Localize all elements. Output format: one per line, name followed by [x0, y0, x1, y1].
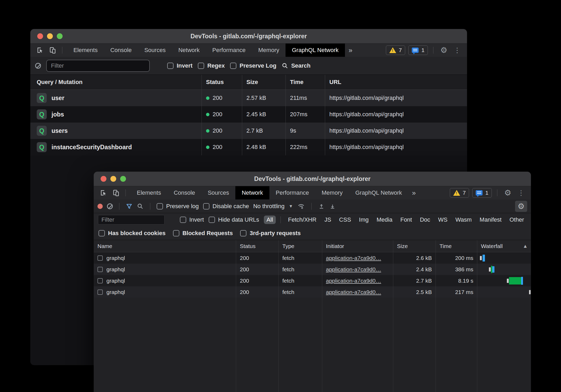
blocked-requests-checkbox-group[interactable]: Blocked Requests — [173, 230, 233, 237]
issues-badge[interactable]: 1 — [472, 188, 492, 198]
close-button[interactable] — [37, 33, 43, 39]
table-row[interactable]: graphql 200 fetch application-a7ca9d0… 2… — [94, 275, 531, 286]
search-icon[interactable] — [137, 203, 144, 210]
type-filter-all[interactable]: All — [264, 216, 275, 224]
settings-gear-icon[interactable]: ⚙ — [439, 46, 449, 54]
blocked-cookies-checkbox[interactable] — [99, 230, 105, 236]
table-row[interactable]: graphql 200 fetch application-a7ca9d0… 2… — [94, 286, 531, 298]
type-filter-wasm[interactable]: Wasm — [453, 216, 474, 224]
column-header-url[interactable]: URL — [325, 75, 467, 90]
tab-graphql-network[interactable]: GraphQL Network — [286, 44, 345, 57]
invert-checkbox[interactable] — [180, 217, 186, 223]
filter-funnel-icon[interactable] — [126, 203, 133, 210]
zoom-button[interactable] — [120, 176, 126, 182]
import-har-icon[interactable] — [318, 203, 325, 210]
column-header-status[interactable]: Status — [202, 75, 242, 90]
regex-checkbox-group[interactable]: Regex — [198, 62, 225, 69]
export-har-icon[interactable] — [329, 203, 336, 210]
invert-checkbox[interactable] — [167, 63, 174, 69]
column-header-time[interactable]: Time — [286, 75, 325, 90]
minimize-button[interactable] — [47, 33, 53, 39]
table-row[interactable]: Quser 200 2.57 kB 211ms https://gitlab.c… — [30, 90, 467, 106]
column-header-status[interactable]: Status — [236, 240, 278, 252]
row-checkbox[interactable] — [97, 255, 103, 261]
tab-elements[interactable]: Elements — [67, 44, 104, 57]
clear-icon[interactable] — [107, 203, 113, 209]
network-conditions-icon[interactable] — [297, 202, 305, 210]
type-filter-font[interactable]: Font — [398, 216, 415, 224]
preserve-log-checkbox-group[interactable]: Preserve Log — [230, 62, 276, 69]
titlebar[interactable]: DevTools - gitlab.com/-/graphql-explorer — [30, 29, 467, 44]
type-filter-ws[interactable]: WS — [436, 216, 450, 224]
titlebar[interactable]: DevTools - gitlab.com/-/graphql-explorer — [94, 172, 531, 186]
table-row[interactable]: QinstanceSecurityDashboard 200 2.48 kB 2… — [30, 139, 467, 155]
third-party-checkbox-group[interactable]: 3rd-party requests — [240, 230, 301, 237]
row-checkbox[interactable] — [97, 278, 103, 283]
tab-sources[interactable]: Sources — [201, 186, 235, 199]
issues-badge[interactable]: 1 — [408, 45, 428, 55]
tab-network[interactable]: Network — [172, 44, 206, 57]
initiator-link[interactable]: application-a7ca9d0… — [326, 266, 381, 273]
column-header-time[interactable]: Time — [436, 240, 477, 252]
tab-graphql-network[interactable]: GraphQL Network — [349, 186, 408, 199]
zoom-button[interactable] — [57, 33, 63, 39]
column-header-query-mutation[interactable]: Query / Mutation — [30, 75, 202, 90]
blocked-requests-checkbox[interactable] — [173, 230, 179, 236]
column-header-size[interactable]: Size — [393, 240, 436, 252]
hide-data-urls-checkbox[interactable] — [209, 217, 215, 223]
inspect-element-icon[interactable] — [98, 188, 109, 198]
device-toolbar-icon[interactable] — [111, 188, 122, 198]
filter-input[interactable] — [98, 215, 165, 225]
kebab-menu-icon[interactable]: ⋮ — [516, 189, 526, 196]
tab-console[interactable]: Console — [167, 186, 202, 199]
tab-sources[interactable]: Sources — [138, 44, 172, 57]
table-row[interactable]: Qusers 200 2.7 kB 9s https://gitlab.com/… — [30, 123, 467, 139]
tab-performance[interactable]: Performance — [269, 186, 315, 199]
preserve-log-checkbox-group[interactable]: Preserve log — [157, 203, 199, 210]
tab-memory[interactable]: Memory — [315, 186, 349, 199]
throttling-select[interactable]: No throttling ▼ — [253, 203, 293, 210]
table-row[interactable]: graphql 200 fetch application-a7ca9d0… 2… — [94, 252, 531, 264]
disable-cache-checkbox-group[interactable]: Disable cache — [203, 203, 249, 210]
initiator-link[interactable]: application-a7ca9d0… — [326, 289, 381, 295]
hide-data-urls-checkbox-group[interactable]: Hide data URLs — [209, 216, 259, 223]
third-party-checkbox[interactable] — [240, 230, 246, 236]
tab-elements[interactable]: Elements — [130, 186, 167, 199]
table-row[interactable]: Qjobs 200 2.45 kB 207ms https://gitlab.c… — [30, 106, 467, 123]
column-header-waterfall[interactable]: Waterfall ▲ — [477, 240, 531, 252]
more-tabs-icon[interactable]: » — [408, 186, 419, 199]
tab-memory[interactable]: Memory — [252, 44, 286, 57]
column-header-name[interactable]: Name — [94, 240, 236, 252]
type-filter-media[interactable]: Media — [374, 216, 395, 224]
blocked-cookies-checkbox-group[interactable]: Has blocked cookies — [99, 230, 166, 237]
table-row[interactable]: graphql 200 fetch application-a7ca9d0… 2… — [94, 264, 531, 275]
column-header-size[interactable]: Size — [242, 75, 286, 90]
type-filter-manifest[interactable]: Manifest — [477, 216, 504, 224]
row-checkbox[interactable] — [97, 267, 103, 272]
close-button[interactable] — [101, 176, 106, 182]
device-toolbar-icon[interactable] — [47, 45, 58, 55]
tab-network[interactable]: Network — [235, 186, 269, 199]
search-button[interactable]: Search — [282, 62, 310, 69]
column-header-type[interactable]: Type — [278, 240, 322, 252]
regex-checkbox[interactable] — [198, 63, 204, 69]
invert-checkbox-group[interactable]: Invert — [180, 216, 204, 223]
inspect-element-icon[interactable] — [35, 45, 46, 55]
type-filter-img[interactable]: Img — [356, 216, 371, 224]
disable-cache-checkbox[interactable] — [203, 203, 209, 209]
preserve-log-checkbox[interactable] — [157, 203, 163, 209]
type-filter-js[interactable]: JS — [322, 216, 334, 224]
column-header-initiator[interactable]: Initiator — [322, 240, 393, 252]
initiator-link[interactable]: application-a7ca9d0… — [326, 255, 381, 261]
type-filter-fetch-xhr[interactable]: Fetch/XHR — [286, 216, 319, 224]
filter-input[interactable] — [46, 60, 150, 72]
row-checkbox[interactable] — [97, 290, 103, 295]
minimize-button[interactable] — [110, 176, 116, 182]
record-icon[interactable] — [97, 204, 103, 209]
clear-icon[interactable] — [35, 63, 41, 69]
warnings-badge[interactable]: 7 — [450, 188, 469, 198]
type-filter-other[interactable]: Other — [507, 216, 527, 224]
initiator-link[interactable]: application-a7ca9d0… — [326, 278, 381, 284]
kebab-menu-icon[interactable]: ⋮ — [452, 47, 462, 54]
preserve-log-checkbox[interactable] — [230, 63, 236, 69]
